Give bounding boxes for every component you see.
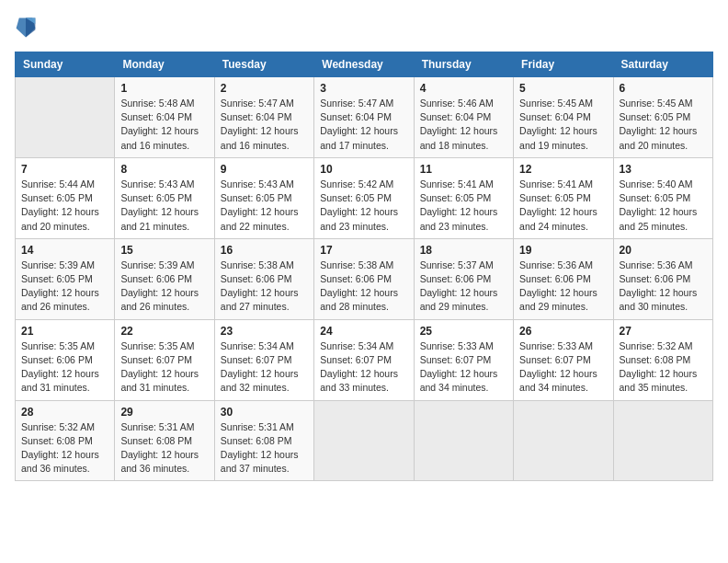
calendar-cell: 11Sunrise: 5:41 AMSunset: 6:05 PMDayligh… (414, 157, 513, 238)
day-number: 24 (320, 325, 407, 338)
day-number: 7 (21, 163, 108, 176)
day-info: Sunrise: 5:39 AMSunset: 6:06 PMDaylight:… (120, 259, 208, 315)
calendar-cell: 28Sunrise: 5:32 AMSunset: 6:08 PMDayligh… (16, 400, 115, 481)
calendar-cell: 21Sunrise: 5:35 AMSunset: 6:06 PMDayligh… (16, 319, 115, 400)
day-info: Sunrise: 5:34 AMSunset: 6:07 PMDaylight:… (320, 339, 407, 396)
calendar-cell (514, 400, 613, 481)
calendar-cell: 13Sunrise: 5:40 AMSunset: 6:05 PMDayligh… (613, 157, 712, 238)
calendar-cell: 22Sunrise: 5:35 AMSunset: 6:07 PMDayligh… (115, 319, 214, 400)
day-number: 11 (420, 163, 507, 176)
day-info: Sunrise: 5:48 AMSunset: 6:04 PMDaylight:… (120, 97, 208, 153)
calendar-cell: 17Sunrise: 5:38 AMSunset: 6:06 PMDayligh… (314, 238, 414, 319)
day-number: 21 (21, 325, 108, 338)
day-info: Sunrise: 5:41 AMSunset: 6:05 PMDaylight:… (519, 178, 607, 234)
day-info: Sunrise: 5:43 AMSunset: 6:05 PMDaylight:… (221, 178, 308, 234)
calendar-cell: 20Sunrise: 5:36 AMSunset: 6:06 PMDayligh… (613, 238, 712, 319)
day-info: Sunrise: 5:43 AMSunset: 6:05 PMDaylight:… (120, 178, 208, 234)
logo (15, 15, 40, 40)
day-number: 26 (519, 325, 607, 338)
calendar-cell: 10Sunrise: 5:42 AMSunset: 6:05 PMDayligh… (314, 157, 414, 238)
day-info: Sunrise: 5:40 AMSunset: 6:05 PMDaylight:… (620, 178, 707, 234)
day-info: Sunrise: 5:39 AMSunset: 6:05 PMDaylight:… (21, 259, 108, 315)
weekday-friday: Friday (514, 52, 613, 77)
day-info: Sunrise: 5:47 AMSunset: 6:04 PMDaylight:… (320, 97, 407, 153)
weekday-wednesday: Wednesday (314, 52, 414, 77)
calendar-cell (16, 77, 115, 158)
calendar-table: SundayMondayTuesdayWednesdayThursdayFrid… (15, 52, 713, 481)
calendar-cell: 27Sunrise: 5:32 AMSunset: 6:08 PMDayligh… (613, 319, 712, 400)
day-info: Sunrise: 5:46 AMSunset: 6:04 PMDaylight:… (420, 97, 507, 153)
day-info: Sunrise: 5:33 AMSunset: 6:07 PMDaylight:… (420, 339, 507, 396)
calendar-cell: 29Sunrise: 5:31 AMSunset: 6:08 PMDayligh… (115, 400, 214, 481)
day-number: 13 (620, 163, 707, 176)
calendar-cell: 15Sunrise: 5:39 AMSunset: 6:06 PMDayligh… (115, 238, 214, 319)
calendar-cell: 26Sunrise: 5:33 AMSunset: 6:07 PMDayligh… (514, 319, 613, 400)
day-number: 27 (620, 325, 707, 338)
day-info: Sunrise: 5:45 AMSunset: 6:04 PMDaylight:… (519, 97, 607, 153)
day-info: Sunrise: 5:35 AMSunset: 6:06 PMDaylight:… (21, 339, 108, 396)
calendar-cell: 30Sunrise: 5:31 AMSunset: 6:08 PMDayligh… (214, 400, 313, 481)
week-row-2: 7Sunrise: 5:44 AMSunset: 6:05 PMDaylight… (16, 157, 713, 238)
day-info: Sunrise: 5:36 AMSunset: 6:06 PMDaylight:… (519, 259, 607, 315)
day-info: Sunrise: 5:47 AMSunset: 6:04 PMDaylight:… (221, 97, 308, 153)
weekday-header-row: SundayMondayTuesdayWednesdayThursdayFrid… (16, 52, 713, 77)
calendar-cell (613, 400, 712, 481)
week-row-1: 1Sunrise: 5:48 AMSunset: 6:04 PMDaylight… (16, 77, 713, 158)
calendar-cell: 6Sunrise: 5:45 AMSunset: 6:05 PMDaylight… (613, 77, 712, 158)
calendar-cell: 23Sunrise: 5:34 AMSunset: 6:07 PMDayligh… (214, 319, 313, 400)
calendar-cell: 4Sunrise: 5:46 AMSunset: 6:04 PMDaylight… (414, 77, 513, 158)
calendar-cell (314, 400, 414, 481)
day-number: 2 (221, 82, 308, 95)
day-info: Sunrise: 5:31 AMSunset: 6:08 PMDaylight:… (120, 420, 208, 477)
calendar-cell: 12Sunrise: 5:41 AMSunset: 6:05 PMDayligh… (514, 157, 613, 238)
day-info: Sunrise: 5:36 AMSunset: 6:06 PMDaylight:… (620, 259, 707, 315)
day-number: 22 (120, 325, 208, 338)
day-number: 15 (120, 244, 208, 257)
calendar-cell: 9Sunrise: 5:43 AMSunset: 6:05 PMDaylight… (214, 157, 313, 238)
day-info: Sunrise: 5:31 AMSunset: 6:08 PMDaylight:… (221, 420, 308, 477)
page-header (15, 15, 713, 40)
day-number: 28 (21, 406, 108, 419)
day-number: 1 (120, 82, 208, 95)
calendar-cell: 7Sunrise: 5:44 AMSunset: 6:05 PMDaylight… (16, 157, 115, 238)
day-number: 17 (320, 244, 407, 257)
day-number: 8 (120, 163, 208, 176)
day-number: 9 (221, 163, 308, 176)
day-number: 20 (620, 244, 707, 257)
calendar-cell: 8Sunrise: 5:43 AMSunset: 6:05 PMDaylight… (115, 157, 214, 238)
logo-icon (15, 15, 37, 40)
day-number: 19 (519, 244, 607, 257)
calendar-cell: 18Sunrise: 5:37 AMSunset: 6:06 PMDayligh… (414, 238, 513, 319)
calendar-cell: 3Sunrise: 5:47 AMSunset: 6:04 PMDaylight… (314, 77, 414, 158)
day-info: Sunrise: 5:35 AMSunset: 6:07 PMDaylight:… (120, 339, 208, 396)
day-info: Sunrise: 5:38 AMSunset: 6:06 PMDaylight:… (221, 259, 308, 315)
day-info: Sunrise: 5:32 AMSunset: 6:08 PMDaylight:… (620, 339, 707, 396)
day-number: 18 (420, 244, 507, 257)
week-row-4: 21Sunrise: 5:35 AMSunset: 6:06 PMDayligh… (16, 319, 713, 400)
weekday-tuesday: Tuesday (214, 52, 313, 77)
day-info: Sunrise: 5:34 AMSunset: 6:07 PMDaylight:… (221, 339, 308, 396)
day-number: 6 (620, 82, 707, 95)
day-number: 3 (320, 82, 407, 95)
weekday-thursday: Thursday (414, 52, 513, 77)
day-number: 30 (221, 406, 308, 419)
calendar-cell: 24Sunrise: 5:34 AMSunset: 6:07 PMDayligh… (314, 319, 414, 400)
day-number: 12 (519, 163, 607, 176)
day-info: Sunrise: 5:41 AMSunset: 6:05 PMDaylight:… (420, 178, 507, 234)
day-number: 25 (420, 325, 507, 338)
day-info: Sunrise: 5:33 AMSunset: 6:07 PMDaylight:… (519, 339, 607, 396)
calendar-cell (414, 400, 513, 481)
day-number: 4 (420, 82, 507, 95)
week-row-3: 14Sunrise: 5:39 AMSunset: 6:05 PMDayligh… (16, 238, 713, 319)
calendar-cell: 2Sunrise: 5:47 AMSunset: 6:04 PMDaylight… (214, 77, 313, 158)
day-number: 23 (221, 325, 308, 338)
day-info: Sunrise: 5:38 AMSunset: 6:06 PMDaylight:… (320, 259, 407, 315)
week-row-5: 28Sunrise: 5:32 AMSunset: 6:08 PMDayligh… (16, 400, 713, 481)
weekday-saturday: Saturday (613, 52, 712, 77)
weekday-monday: Monday (115, 52, 214, 77)
calendar-cell: 25Sunrise: 5:33 AMSunset: 6:07 PMDayligh… (414, 319, 513, 400)
day-info: Sunrise: 5:45 AMSunset: 6:05 PMDaylight:… (620, 97, 707, 153)
calendar-cell: 14Sunrise: 5:39 AMSunset: 6:05 PMDayligh… (16, 238, 115, 319)
calendar-cell: 5Sunrise: 5:45 AMSunset: 6:04 PMDaylight… (514, 77, 613, 158)
calendar-cell: 16Sunrise: 5:38 AMSunset: 6:06 PMDayligh… (214, 238, 313, 319)
